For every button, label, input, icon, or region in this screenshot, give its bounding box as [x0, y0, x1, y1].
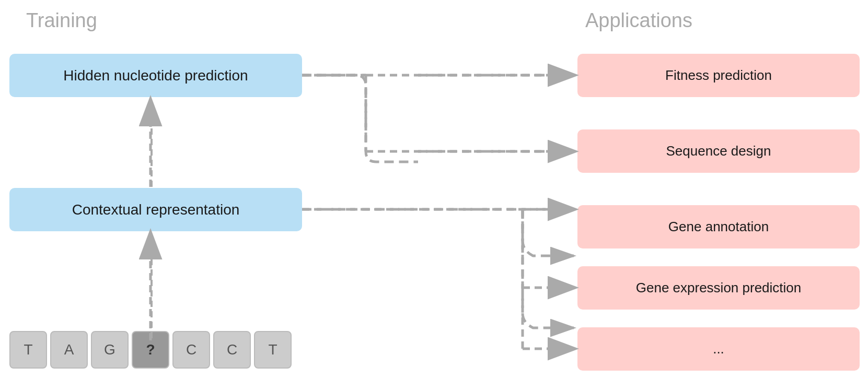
dna-cell-C1: C: [172, 331, 210, 369]
sequence-design-box: Sequence design: [577, 129, 860, 173]
hidden-nucleotide-box: Hidden nucleotide prediction: [9, 54, 302, 97]
applications-header: Applications: [585, 9, 692, 32]
dna-cell-masked: ?: [132, 331, 169, 369]
dna-cell-A: A: [50, 331, 88, 369]
dna-sequence-row: T A G ? C C T: [9, 331, 292, 369]
dna-cell-C2: C: [213, 331, 251, 369]
gene-annotation-box: Gene annotation: [577, 205, 860, 248]
dna-cell-T1: T: [9, 331, 47, 369]
diagram-container: Training Applications Hidden nucleotide …: [0, 0, 868, 379]
to-gene-expr-arrow: [523, 209, 574, 256]
dna-cell-G: G: [91, 331, 129, 369]
gene-expression-box: Gene expression prediction: [577, 266, 860, 310]
dna-cell-T2: T: [254, 331, 292, 369]
dots-box: ...: [577, 327, 860, 371]
contextual-representation-box: Contextual representation: [9, 188, 302, 231]
training-header: Training: [26, 9, 97, 32]
to-dots-arrow: [523, 240, 574, 328]
fitness-prediction-box: Fitness prediction: [577, 54, 860, 97]
